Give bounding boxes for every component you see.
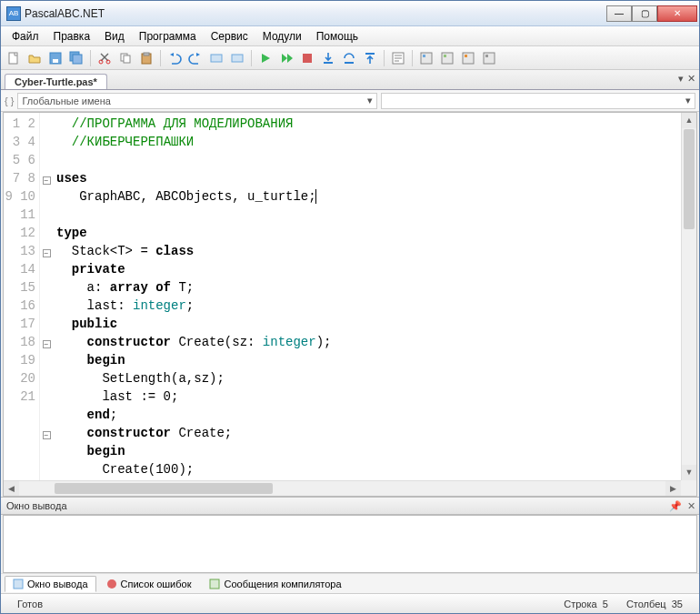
member-combo[interactable]	[381, 93, 695, 109]
scroll-corner	[681, 480, 696, 496]
panel-tab-label: Окно вывода	[27, 579, 88, 589]
code-text[interactable]: //ПРОГРАММА ДЛЯ МОДЕЛИРОВАНИЯ //КИБЕРЧЕР…	[53, 113, 696, 496]
nav-back-button[interactable]	[207, 49, 225, 67]
project-button[interactable]	[459, 49, 477, 67]
editor[interactable]: 1 2 3 4 5 6 7 8 9 10 11 12 13 14 15 16 1…	[3, 112, 697, 497]
editor-tab-active[interactable]: Cyber-Turtle.pas*	[5, 74, 107, 89]
status-col-value: 35	[672, 599, 683, 609]
status-line-label: Строка	[564, 599, 596, 609]
menu-modules[interactable]: Модули	[255, 28, 309, 45]
svg-rect-14	[324, 62, 333, 64]
menu-program[interactable]: Программа	[132, 28, 204, 45]
svg-rect-4	[73, 55, 82, 64]
svg-rect-13	[303, 54, 312, 63]
new-file-button[interactable]	[5, 49, 23, 67]
svg-rect-28	[210, 579, 219, 589]
compiler-tab-icon	[209, 579, 220, 589]
scroll-up-icon[interactable]: ▲	[682, 113, 696, 128]
panel-tab-errors[interactable]: Список ошибок	[98, 576, 200, 592]
menu-edit[interactable]: Правка	[46, 28, 98, 45]
form-designer-button[interactable]	[417, 49, 435, 67]
menu-view[interactable]: Вид	[97, 28, 132, 45]
hscroll-thumb[interactable]	[55, 483, 273, 494]
open-file-button[interactable]	[25, 49, 44, 67]
status-col: Столбец 35	[617, 599, 692, 609]
output-tab-icon	[13, 579, 24, 589]
app-icon: AB	[6, 6, 21, 21]
svg-rect-25	[485, 55, 488, 57]
errors-tab-icon	[106, 579, 117, 589]
output-panel-title: Окно вывода	[6, 500, 67, 511]
window-buttons: — ▢ ✕	[606, 5, 697, 22]
svg-rect-2	[53, 59, 58, 63]
add-form-button[interactable]	[438, 49, 456, 67]
output-panel-header: Окно вывода 📌 ✕	[1, 497, 699, 515]
horizontal-scrollbar[interactable]: ◀ ▶	[4, 480, 681, 496]
close-button[interactable]: ✕	[657, 5, 697, 22]
statusbar: Готов Строка 5 Столбец 35	[1, 593, 699, 613]
svg-rect-10	[144, 53, 149, 55]
tab-list-dropdown-icon[interactable]: ▾	[678, 73, 684, 85]
vertical-scrollbar[interactable]: ▲ ▼	[681, 113, 696, 480]
minimize-button[interactable]: —	[606, 5, 632, 22]
svg-rect-12	[232, 55, 243, 62]
maximize-button[interactable]: ▢	[632, 5, 657, 22]
save-button[interactable]	[46, 49, 65, 67]
svg-rect-16	[365, 53, 375, 55]
stop-button[interactable]	[298, 49, 316, 67]
scope-combo-label: Глобальные имена	[22, 96, 111, 106]
svg-rect-15	[345, 62, 354, 64]
svg-rect-20	[442, 53, 453, 64]
vscroll-thumb[interactable]	[684, 129, 695, 229]
panel-tab-compiler[interactable]: Сообщения компилятора	[201, 576, 349, 592]
scroll-left-icon[interactable]: ◀	[4, 481, 19, 496]
toolbar-sep	[90, 50, 91, 66]
menubar: Файл Правка Вид Программа Сервис Модули …	[1, 26, 699, 46]
tab-close-icon[interactable]: ✕	[687, 73, 695, 85]
toolbar-sep	[160, 50, 161, 66]
options-button[interactable]	[480, 49, 498, 67]
fold-column[interactable]: −−−−	[40, 113, 53, 496]
run-no-debug-button[interactable]	[277, 49, 295, 67]
svg-rect-19	[423, 55, 425, 57]
menu-help[interactable]: Помощь	[309, 28, 365, 45]
step-out-button[interactable]	[361, 49, 379, 67]
menu-service[interactable]: Сервис	[204, 28, 255, 45]
cut-button[interactable]	[95, 49, 114, 67]
svg-rect-24	[484, 53, 495, 64]
compile-button[interactable]	[389, 49, 407, 67]
svg-rect-18	[421, 53, 432, 64]
titlebar: AB PascalABC.NET — ▢ ✕	[1, 1, 699, 26]
redo-button[interactable]	[186, 49, 205, 67]
undo-button[interactable]	[165, 49, 184, 67]
panel-tab-label: Список ошибок	[121, 579, 192, 589]
status-col-label: Столбец	[626, 599, 666, 609]
bottom-panel-tabs: Окно вывода Список ошибок Сообщения комп…	[1, 573, 699, 593]
scope-combo[interactable]: Глобальные имена	[17, 93, 376, 109]
paste-button[interactable]	[137, 49, 155, 67]
menu-file[interactable]: Файл	[5, 28, 46, 45]
step-into-button[interactable]	[319, 49, 337, 67]
line-gutter: 1 2 3 4 5 6 7 8 9 10 11 12 13 14 15 16 1…	[4, 113, 40, 496]
status-line-value: 5	[603, 599, 608, 609]
panel-pin-icon[interactable]: 📌	[669, 500, 682, 512]
svg-rect-0	[9, 53, 17, 64]
scroll-down-icon[interactable]: ▼	[682, 465, 696, 480]
status-ready: Готов	[8, 599, 52, 609]
svg-rect-21	[444, 55, 446, 57]
save-all-button[interactable]	[67, 49, 85, 67]
copy-button[interactable]	[116, 49, 135, 67]
svg-rect-22	[463, 53, 474, 64]
toolbar	[1, 46, 699, 70]
svg-rect-11	[211, 55, 222, 62]
step-over-button[interactable]	[340, 49, 358, 67]
panel-tab-output[interactable]: Окно вывода	[5, 576, 96, 592]
panel-close-icon[interactable]: ✕	[687, 500, 695, 512]
output-panel-body[interactable]	[3, 515, 697, 573]
svg-rect-23	[465, 55, 467, 57]
nav-fwd-button[interactable]	[228, 49, 246, 67]
toolbar-sep	[251, 50, 252, 66]
scroll-right-icon[interactable]: ▶	[665, 481, 681, 496]
toolbar-sep	[384, 50, 385, 66]
run-button[interactable]	[256, 49, 275, 67]
